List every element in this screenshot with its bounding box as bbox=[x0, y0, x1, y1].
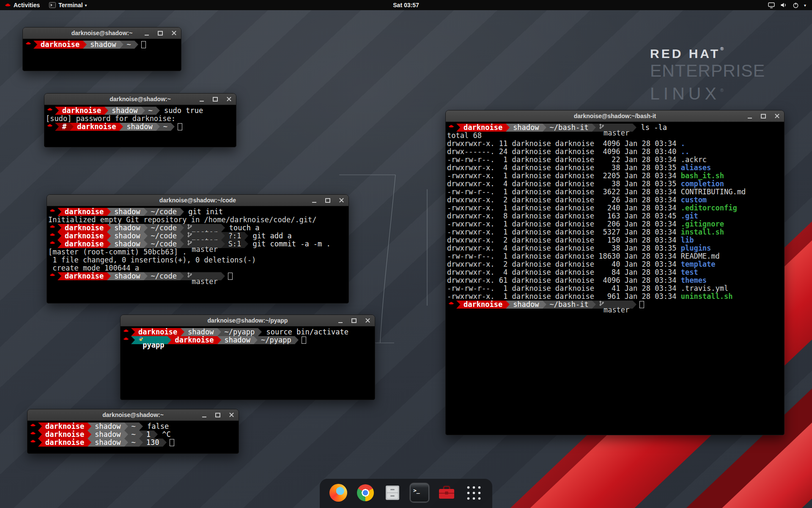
powerline-separator bbox=[144, 208, 148, 216]
powerline-separator bbox=[144, 240, 148, 248]
redhat-prompt-icon bbox=[29, 422, 38, 431]
powerline-separator bbox=[456, 301, 460, 309]
file-attributes: drwxrwxr-x. 4 darknoise darknoise 38 Jan… bbox=[447, 163, 681, 172]
file-name: themes bbox=[681, 276, 707, 284]
maximize-button[interactable] bbox=[350, 317, 358, 324]
powerline-separator bbox=[107, 240, 111, 248]
redhat-prompt-icon bbox=[447, 124, 456, 132]
file-attributes: -rw-rw-r--. 1 darknoise darknoise 41 Jan… bbox=[447, 284, 681, 293]
terminal-line: darknoiseshadow~/code git init bbox=[48, 208, 348, 216]
powerline-separator bbox=[156, 123, 160, 131]
close-button[interactable] bbox=[773, 112, 781, 120]
minimize-button[interactable] bbox=[310, 196, 318, 204]
powerline-separator bbox=[543, 301, 546, 309]
minimize-button[interactable] bbox=[746, 112, 754, 120]
command-text: git init bbox=[184, 207, 223, 216]
window-titlebar[interactable]: darknoise@shadow:~ bbox=[44, 94, 236, 105]
terminal-app-icon bbox=[49, 2, 56, 8]
minimize-button[interactable] bbox=[143, 29, 151, 37]
prompt-segment-path: ~ bbox=[128, 431, 139, 439]
powerline-separator bbox=[55, 107, 59, 115]
terminal-line: darknoiseshadow~ false bbox=[29, 422, 239, 431]
maximize-button[interactable] bbox=[211, 95, 219, 103]
redhat-prompt-icon bbox=[46, 107, 55, 115]
prompt-segment-user: darknoise bbox=[61, 272, 107, 280]
powerline-separator bbox=[124, 431, 128, 439]
terminal-content[interactable]: darknoiseshadow~/code git initInitialize… bbox=[47, 206, 348, 303]
dock-item-files[interactable] bbox=[382, 483, 403, 503]
terminal-content[interactable]: darknoiseshadow~ bbox=[23, 39, 181, 71]
dock-item-show-applications[interactable] bbox=[464, 483, 484, 503]
file-attributes: drwx------. 24 darknoise darknoise 4096 … bbox=[447, 147, 681, 156]
clock[interactable]: Sat 03:57 bbox=[393, 2, 419, 8]
file-attributes: drwxrwxr-x. 4 darknoise darknoise 84 Jan… bbox=[447, 268, 681, 276]
terminal-line: drwxrwxr-x. 2 darknoise darknoise 26 Jan… bbox=[447, 196, 784, 204]
close-button[interactable] bbox=[364, 317, 371, 324]
prompt-segment-git-branch: master bbox=[596, 124, 633, 132]
terminal-content[interactable]: darknoiseshadow~/pyapp source bin/activa… bbox=[121, 326, 375, 400]
powerline-separator bbox=[119, 123, 123, 131]
maximize-button[interactable] bbox=[760, 112, 767, 120]
powerline-separator bbox=[244, 232, 248, 240]
prompt-segment-user: darknoise bbox=[460, 124, 506, 132]
powerline-separator bbox=[592, 301, 596, 309]
powerline-separator bbox=[124, 439, 128, 447]
powerline-separator bbox=[154, 431, 158, 439]
minimize-button[interactable] bbox=[198, 95, 206, 103]
powerline-separator bbox=[139, 422, 143, 431]
file-name: .travis.yml bbox=[681, 284, 729, 293]
maximize-button[interactable] bbox=[214, 411, 222, 419]
dock-item-terminal[interactable]: >_ bbox=[409, 483, 430, 503]
window-titlebar[interactable]: darknoise@shadow:~/code bbox=[47, 195, 348, 206]
close-button[interactable] bbox=[228, 411, 235, 419]
file-attributes: -rwxrwxr-x. 1 darknoise darknoise 206 Ja… bbox=[447, 220, 681, 228]
window-titlebar[interactable]: darknoise@shadow:~/bash-it bbox=[446, 110, 784, 122]
terminal-content[interactable]: darknoiseshadow~/bash-it master ls -lato… bbox=[446, 122, 784, 435]
terminal-line: darknoiseshadow~/code master?:1 git add … bbox=[48, 232, 348, 240]
terminal-line: #darknoiseshadow~ bbox=[46, 123, 236, 131]
prompt-segment-git-branch: master bbox=[184, 272, 221, 280]
app-menu-terminal[interactable]: Terminal ▾ bbox=[44, 0, 91, 10]
activities-button[interactable]: Activities bbox=[0, 0, 44, 10]
terminal-cursor bbox=[141, 41, 146, 48]
window-titlebar[interactable]: darknoise@shadow:~ bbox=[27, 409, 239, 421]
close-button[interactable] bbox=[225, 95, 233, 103]
file-attributes: -rwxrwxr-x. 1 darknoise darknoise 2205 J… bbox=[447, 171, 681, 180]
terminal-line: drwxrwxr-x. 4 darknoise darknoise 38 Jan… bbox=[447, 164, 784, 172]
file-attributes: drwxrwxr-x. 61 darknoise darknoise 4096 … bbox=[447, 276, 681, 284]
prompt-segment-venv: pyapp bbox=[135, 336, 167, 344]
terminal-content[interactable]: darknoiseshadow~ falsedarknoiseshadow~1 … bbox=[27, 421, 239, 453]
prompt-segment-user: darknoise bbox=[37, 41, 83, 49]
maximize-button[interactable] bbox=[156, 29, 164, 37]
close-button[interactable] bbox=[337, 196, 345, 204]
maximize-button[interactable] bbox=[324, 196, 332, 204]
window-title: darknoise@shadow:~/code bbox=[47, 197, 348, 204]
redhat-prompt-icon bbox=[48, 240, 58, 248]
file-attributes: drwxrwxr-x. 4 darknoise darknoise 38 Jan… bbox=[447, 244, 681, 252]
prompt-segment-git-branch: master bbox=[184, 240, 221, 248]
brand-linux: LINUX® bbox=[650, 80, 765, 103]
prompt-segment-user: darknoise bbox=[61, 232, 107, 240]
terminal-line: -rwxrwxr-x. 1 darknoise darknoise 961 Ja… bbox=[447, 293, 784, 301]
dock-item-toolbox[interactable] bbox=[436, 483, 457, 503]
system-status-area[interactable]: ▾ bbox=[764, 0, 810, 10]
terminal-content[interactable]: darknoiseshadow~ sudo true[sudo] passwor… bbox=[44, 105, 236, 147]
powerline-separator bbox=[107, 272, 111, 280]
terminal-output-line: create mode 100644 a bbox=[48, 264, 348, 272]
minimize-button[interactable] bbox=[337, 317, 344, 324]
prompt-segment-host: shadow bbox=[111, 232, 143, 240]
powerline-separator bbox=[258, 328, 262, 336]
prompt-segment-host: shadow bbox=[221, 336, 254, 344]
window-titlebar[interactable]: darknoise@shadow:~ bbox=[23, 28, 181, 39]
file-name: .gitignore bbox=[681, 220, 724, 228]
chevron-down-icon: ▾ bbox=[804, 3, 806, 8]
dock-item-chrome[interactable] bbox=[355, 483, 376, 503]
minimize-button[interactable] bbox=[200, 411, 208, 419]
files-icon bbox=[384, 484, 401, 502]
window-titlebar[interactable]: darknoise@shadow:~/pyapp bbox=[121, 315, 375, 326]
dock-item-firefox[interactable] bbox=[328, 483, 348, 503]
file-attributes: -rw-rw-r--. 1 darknoise darknoise 22 Jan… bbox=[447, 155, 681, 164]
close-button[interactable] bbox=[170, 29, 178, 37]
prompt-segment-git-branch: master bbox=[596, 301, 633, 309]
chrome-icon bbox=[357, 484, 374, 501]
